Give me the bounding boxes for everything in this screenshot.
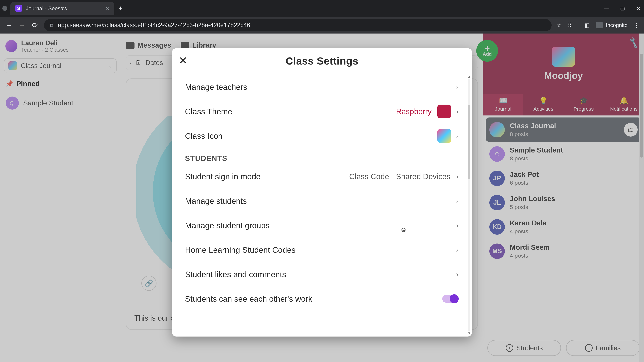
row-label: Students can see each other's work xyxy=(185,294,312,304)
chevron-right-icon: › xyxy=(456,246,458,254)
row-likes-comments[interactable]: Student likes and comments › xyxy=(185,262,458,287)
chevron-right-icon: › xyxy=(456,197,458,205)
window-controls: ― ▢ ✕ xyxy=(604,5,642,11)
row-label: Manage students xyxy=(185,196,247,206)
window-dot-icon xyxy=(2,6,8,11)
row-manage-students[interactable]: Manage students › xyxy=(185,189,458,213)
extensions-icon[interactable]: ⠿ xyxy=(568,22,572,28)
chevron-right-icon: › xyxy=(456,271,458,278)
chevron-right-icon: › xyxy=(456,222,458,229)
row-see-each-other: Students can see each other's work xyxy=(185,287,458,311)
class-icon-thumbnail xyxy=(438,129,451,143)
minimize-icon[interactable]: ― xyxy=(604,5,610,11)
browser-chrome: S Journal - Seesaw ✕ + ― ▢ ✕ ← → ⟳ ⧉ app… xyxy=(0,0,644,33)
incognito-chip[interactable]: Incognito xyxy=(596,22,628,28)
row-label: Manage teachers xyxy=(185,82,247,92)
chevron-right-icon: › xyxy=(456,173,458,180)
close-window-icon[interactable]: ✕ xyxy=(635,5,642,11)
scroll-down-icon[interactable]: ▼ xyxy=(468,331,471,336)
address-bar: ← → ⟳ ⧉ app.seesaw.me/#/class/class.e01b… xyxy=(0,17,644,33)
kebab-menu-icon[interactable]: ⋮ xyxy=(634,22,639,28)
divider xyxy=(578,21,578,29)
back-icon[interactable]: ← xyxy=(5,21,13,29)
modal-header: ✕ Class Settings xyxy=(172,48,472,73)
row-label: Class Icon xyxy=(185,131,222,141)
modal-title: Class Settings xyxy=(286,55,358,67)
forward-icon[interactable]: → xyxy=(18,21,26,29)
modal-close-icon[interactable]: ✕ xyxy=(179,55,187,66)
row-class-theme[interactable]: Class Theme Raspberry › xyxy=(185,99,458,124)
color-swatch-icon xyxy=(438,105,451,118)
row-label: Class Theme xyxy=(185,107,232,116)
row-class-icon[interactable]: Class Icon › xyxy=(185,124,458,148)
chevron-right-icon: › xyxy=(456,132,458,140)
incognito-icon xyxy=(596,22,603,28)
row-manage-groups[interactable]: Manage student groups › xyxy=(185,213,458,238)
row-label: Student likes and comments xyxy=(185,270,286,279)
row-manage-teachers[interactable]: Manage teachers › xyxy=(185,75,458,99)
tab-close-icon[interactable]: ✕ xyxy=(105,5,110,11)
row-label: Manage student groups xyxy=(185,221,270,230)
row-label: Home Learning Student Codes xyxy=(185,245,296,255)
modal-scrollbar[interactable]: ▲ ▼ xyxy=(467,73,471,337)
row-home-codes[interactable]: Home Learning Student Codes › xyxy=(185,238,458,262)
omnibox[interactable]: ⧉ app.seesaw.me/#/class/class.e01bf4c2-9… xyxy=(44,19,552,31)
incognito-label: Incognito xyxy=(606,22,628,28)
bookmark-star-icon[interactable]: ☆ xyxy=(556,22,562,28)
row-value: Class Code - Shared Devices xyxy=(349,172,450,181)
new-tab-button[interactable]: + xyxy=(118,4,122,12)
toggle-switch[interactable] xyxy=(442,295,458,303)
url-text: app.seesaw.me/#/class/class.e01bf4c2-9a2… xyxy=(58,22,250,29)
scroll-up-icon[interactable]: ▲ xyxy=(468,74,471,79)
row-value: Raspberry xyxy=(396,107,432,116)
section-header-students: STUDENTS xyxy=(185,154,458,163)
maximize-icon[interactable]: ▢ xyxy=(619,5,626,11)
class-settings-modal: ✕ Class Settings Manage teachers › Class… xyxy=(172,48,472,337)
tab-strip: S Journal - Seesaw ✕ + ― ▢ ✕ xyxy=(0,0,644,17)
browser-tab[interactable]: S Journal - Seesaw ✕ xyxy=(10,2,114,15)
app-viewport: Lauren Deli Teacher - 2 Classes Class Jo… xyxy=(0,33,644,362)
modal-body: Manage teachers › Class Theme Raspberry … xyxy=(172,73,472,337)
scrollbar-thumb[interactable] xyxy=(468,105,470,179)
settings-list: Manage teachers › Class Theme Raspberry … xyxy=(172,73,472,316)
chevron-right-icon: › xyxy=(456,83,458,91)
tab-title: Journal - Seesaw xyxy=(26,5,102,11)
row-signin-mode[interactable]: Student sign in mode Class Code - Shared… xyxy=(185,164,458,189)
toggle-knob-icon xyxy=(450,294,459,303)
row-label: Student sign in mode xyxy=(185,172,260,181)
tab-favicon-icon: S xyxy=(15,5,22,12)
reload-icon[interactable]: ⟳ xyxy=(31,21,39,29)
site-info-icon[interactable]: ⧉ xyxy=(50,22,53,28)
chevron-right-icon: › xyxy=(456,108,458,115)
panel-icon[interactable]: ◧ xyxy=(584,22,590,28)
